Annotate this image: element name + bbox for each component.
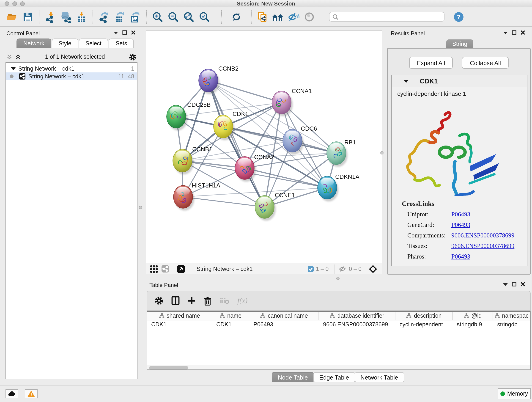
tab-node-table[interactable]: Node Table <box>272 372 314 382</box>
save-session-button[interactable] <box>21 10 35 24</box>
column-sort-icon[interactable] <box>494 313 500 319</box>
network-graph[interactable]: CCNB2CCNA1CDC25BCDK1CDC6RB1CCNB1CCNA2CDK… <box>146 31 383 263</box>
zoom-out-button[interactable] <box>166 10 180 24</box>
network-node-CCNA2[interactable] <box>235 157 256 182</box>
network-collection-row[interactable]: String Network – cdk1 1 <box>6 65 137 72</box>
zoom-in-button[interactable] <box>151 10 165 24</box>
network-view-share-icon[interactable] <box>161 265 169 273</box>
delete-column-icon[interactable] <box>203 296 212 306</box>
show-hide-services-button[interactable] <box>287 10 301 24</box>
node-detail-header[interactable]: CDK1 <box>392 75 527 87</box>
network-node-CCNA1[interactable] <box>272 91 293 116</box>
tab-network[interactable]: Network <box>17 38 51 48</box>
network-node-CCNE1[interactable] <box>255 196 276 221</box>
zoom-selected-button[interactable] <box>197 10 211 24</box>
import-network-from-database-button[interactable] <box>59 10 73 24</box>
float-panel-icon[interactable] <box>122 30 127 35</box>
column-header-canonical-name[interactable]: canonical name <box>249 312 319 320</box>
column-sort-icon[interactable] <box>260 313 265 319</box>
table-cell[interactable]: 9606.ENSP00000378699 <box>319 320 395 329</box>
inactive-eye-button[interactable] <box>302 10 316 24</box>
column-header-shared-name[interactable]: shared name <box>147 312 212 320</box>
network-row[interactable]: String Network – cdk1 11 48 <box>6 72 137 80</box>
table-horizontal-scrollbar[interactable] <box>147 365 530 370</box>
zoom-fit-button[interactable] <box>182 10 196 24</box>
float-panel-icon[interactable] <box>512 282 516 287</box>
hidden-eye-icon[interactable] <box>338 265 347 272</box>
tab-select[interactable]: Select <box>79 38 108 48</box>
crosslink-link[interactable]: P06493 <box>451 211 470 218</box>
fit-selected-crosshair-icon[interactable] <box>368 264 378 274</box>
table-row[interactable]: CDK1CDK1P064939606.ENSP00000378699cyclin… <box>147 320 530 329</box>
function-builder-button[interactable]: f(x) <box>237 297 247 305</box>
network-canvas[interactable]: CCNB2CCNA1CDC25BCDK1CDC6RB1CCNB1CCNA2CDK… <box>146 30 382 263</box>
cloud-status-button[interactable] <box>6 389 18 398</box>
tab-sets[interactable]: Sets <box>109 38 134 48</box>
table-options-gear-icon[interactable] <box>154 296 164 305</box>
table-cell[interactable]: CDK1 <box>147 320 212 329</box>
crosslink-link[interactable]: P06493 <box>451 221 470 229</box>
left-splitter-handle[interactable] <box>139 206 142 209</box>
panel-menu-icon[interactable] <box>503 283 508 286</box>
collapse-all-icon[interactable] <box>6 54 12 60</box>
panel-menu-icon[interactable] <box>503 31 508 34</box>
tab-string[interactable]: String <box>446 39 473 49</box>
search-field[interactable] <box>329 12 444 22</box>
help-button[interactable]: ? <box>452 10 466 24</box>
refresh-layout-button[interactable] <box>230 10 243 24</box>
crosslink-link[interactable]: 9606.ENSP00000378699 <box>451 232 514 239</box>
network-options-gear-icon[interactable] <box>129 53 137 61</box>
network-node-CDC25B[interactable] <box>167 105 187 130</box>
column-sort-icon[interactable] <box>159 313 164 319</box>
search-input[interactable] <box>339 13 439 20</box>
expand-all-button[interactable]: Expand All <box>409 57 453 69</box>
grid-view-icon[interactable] <box>150 265 158 273</box>
collapse-entry-icon[interactable] <box>404 79 409 83</box>
column-sort-icon[interactable] <box>330 313 335 319</box>
selected-checkbox-icon[interactable] <box>308 266 314 272</box>
column-header-name[interactable]: name <box>212 312 249 320</box>
column-header-database-identifier[interactable]: database identifier <box>319 312 395 320</box>
memory-button[interactable]: Memory <box>498 388 531 399</box>
export-network-button[interactable] <box>97 10 111 24</box>
warnings-button[interactable] <box>25 389 38 398</box>
tab-network-table[interactable]: Network Table <box>355 372 404 382</box>
export-image-button[interactable] <box>128 10 142 24</box>
delete-table-icon[interactable] <box>220 297 230 304</box>
open-session-button[interactable] <box>6 10 19 24</box>
table-cell[interactable]: stringdb:9... <box>453 320 493 329</box>
crosslink-link[interactable]: 9606.ENSP00000378699 <box>451 242 514 250</box>
close-panel-icon[interactable] <box>131 30 136 35</box>
clone-network-button[interactable] <box>256 10 269 24</box>
scrollbar-thumb[interactable] <box>149 366 188 369</box>
panel-menu-icon[interactable] <box>114 31 118 34</box>
import-table-from-file-button[interactable] <box>75 10 89 24</box>
birds-eye-view-icon[interactable] <box>177 265 185 273</box>
column-header-namespac[interactable]: namespac <box>493 312 530 320</box>
expand-all-icon[interactable] <box>15 54 21 60</box>
network-node-CDK1[interactable] <box>214 115 234 140</box>
show-columns-icon[interactable] <box>171 296 180 305</box>
collapse-all-button[interactable]: Collapse All <box>462 57 509 69</box>
column-header--id[interactable]: @id <box>453 312 493 320</box>
tab-style[interactable]: Style <box>52 38 78 48</box>
table-cell[interactable]: stringdb <box>493 320 530 329</box>
table-cell[interactable]: CDK1 <box>212 320 249 329</box>
tab-edge-table[interactable]: Edge Table <box>313 372 355 382</box>
crosslink-link[interactable]: P06493 <box>451 253 470 260</box>
column-sort-icon[interactable] <box>464 313 469 319</box>
network-edge[interactable] <box>183 197 265 207</box>
import-network-from-file-button[interactable] <box>44 10 57 24</box>
tree-expand-icon[interactable] <box>11 67 16 70</box>
column-sort-icon[interactable] <box>220 313 225 319</box>
column-header-description[interactable]: description <box>395 312 453 320</box>
export-table-button[interactable] <box>113 10 127 24</box>
column-sort-icon[interactable] <box>406 313 412 319</box>
right-splitter-handle[interactable] <box>380 151 384 154</box>
bottom-splitter-handle[interactable] <box>336 277 340 280</box>
table-cell[interactable]: cyclin-dependent ... <box>395 320 453 329</box>
close-panel-icon[interactable] <box>520 282 525 287</box>
table-cell[interactable]: P06493 <box>249 320 319 329</box>
close-panel-icon[interactable] <box>520 30 525 35</box>
add-column-icon[interactable] <box>187 297 196 305</box>
